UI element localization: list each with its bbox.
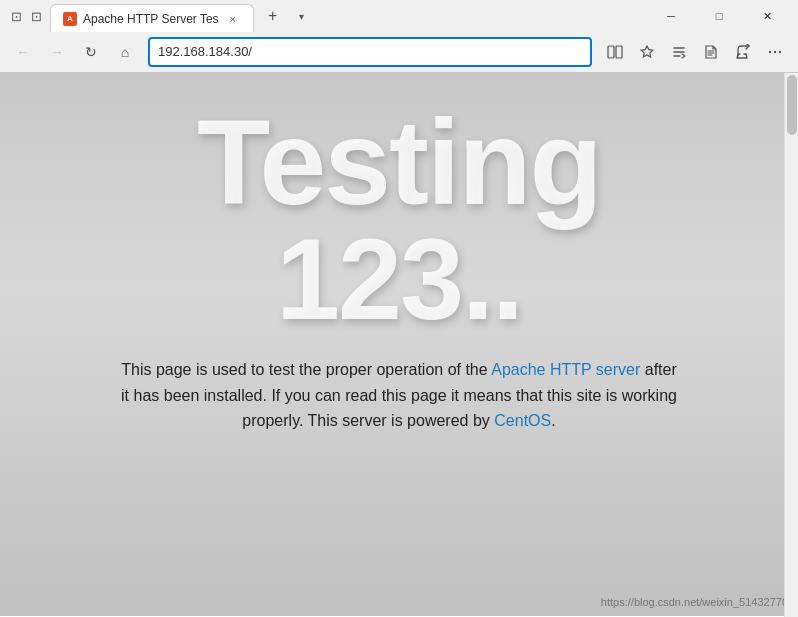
description: This page is used to test the proper ope… bbox=[119, 357, 679, 434]
tab-bar-icons: ⊡ ⊡ bbox=[8, 8, 44, 24]
back-tab-icon[interactable]: ⊡ bbox=[8, 8, 24, 24]
hero-number: 123.. bbox=[276, 222, 522, 337]
tab-dropdown-button[interactable]: ▾ bbox=[292, 3, 312, 29]
forward-tab-icon[interactable]: ⊡ bbox=[28, 8, 44, 24]
more-button[interactable] bbox=[760, 37, 790, 67]
scrollbar-thumb[interactable] bbox=[787, 75, 797, 135]
svg-point-3 bbox=[774, 51, 776, 53]
collections-button[interactable] bbox=[664, 37, 694, 67]
refresh-button[interactable]: ↻ bbox=[76, 37, 106, 67]
window-controls: ─ □ ✕ bbox=[648, 0, 790, 32]
favorites-button[interactable] bbox=[632, 37, 662, 67]
split-screen-button[interactable] bbox=[600, 37, 630, 67]
description-end: . bbox=[551, 412, 555, 429]
tab-favicon: A bbox=[63, 12, 77, 26]
new-tab-button[interactable]: + bbox=[260, 3, 286, 29]
minimize-button[interactable]: ─ bbox=[648, 0, 694, 32]
scrollbar[interactable] bbox=[784, 73, 798, 617]
centos-link[interactable]: CentOS bbox=[494, 412, 551, 429]
svg-rect-1 bbox=[616, 46, 622, 58]
tab-close-button[interactable]: × bbox=[225, 11, 241, 27]
home-button[interactable]: ⌂ bbox=[110, 37, 140, 67]
close-button[interactable]: ✕ bbox=[744, 0, 790, 32]
title-bar: ⊡ ⊡ A Apache HTTP Server Tes × + ▾ ─ □ ✕ bbox=[0, 0, 798, 32]
share-button[interactable] bbox=[728, 37, 758, 67]
tab-title: Apache HTTP Server Tes bbox=[83, 12, 219, 26]
watermark: https://blog.csdn.net/weixin_51432770 bbox=[601, 596, 788, 608]
page-content: Testing 123.. This page is used to test … bbox=[0, 72, 798, 616]
hero-testing: Testing bbox=[197, 102, 601, 222]
toolbar-right bbox=[600, 37, 790, 67]
forward-button[interactable]: → bbox=[42, 37, 72, 67]
address-text: 192.168.184.30/ bbox=[158, 37, 252, 67]
svg-rect-0 bbox=[608, 46, 614, 58]
back-button[interactable]: ← bbox=[8, 37, 38, 67]
svg-point-4 bbox=[779, 51, 781, 53]
svg-point-2 bbox=[769, 51, 771, 53]
browser-tab[interactable]: A Apache HTTP Server Tes × bbox=[50, 4, 254, 32]
address-bar-row: ← → ↻ ⌂ 192.168.184.30/ bbox=[0, 32, 798, 72]
apache-link[interactable]: Apache HTTP server bbox=[491, 361, 640, 378]
description-text-1: This page is used to test the proper ope… bbox=[121, 361, 487, 378]
reader-button[interactable] bbox=[696, 37, 726, 67]
address-bar[interactable]: 192.168.184.30/ bbox=[148, 37, 592, 67]
address-bar-wrap: 192.168.184.30/ bbox=[148, 37, 592, 67]
maximize-button[interactable]: □ bbox=[696, 0, 742, 32]
